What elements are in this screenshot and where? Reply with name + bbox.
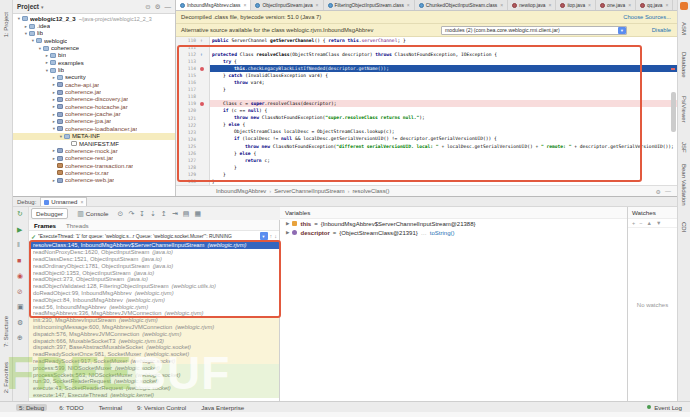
- run-to-cursor-icon[interactable]: ⇥: [172, 210, 178, 217]
- pause-icon[interactable]: ‖: [17, 241, 20, 248]
- breadcrumb-item[interactable]: resolveClass(): [352, 188, 389, 194]
- step-over-icon[interactable]: ↷: [128, 210, 134, 217]
- settings-icon[interactable]: ⚙: [656, 188, 661, 195]
- project-tree-item[interactable]: ▸.idea: [13, 22, 175, 29]
- stack-frame-row[interactable]: readObject:373, ObjectInputStream(java.i…: [29, 276, 279, 283]
- arrow-up-icon[interactable]: ↑: [270, 233, 273, 239]
- project-tree-item[interactable]: ▸coherence-rest.jar: [13, 155, 175, 162]
- close-icon[interactable]: ×: [666, 2, 669, 8]
- toolwindow-button-5-debug[interactable]: 5: Debug: [16, 404, 47, 411]
- thread-selector[interactable]: ✓ "ExecuteThread: '1' for queue: 'weblog…: [29, 231, 279, 242]
- stack-frame-row[interactable]: execute:43, SocketReaderRequest(weblogic…: [29, 385, 279, 392]
- chevron-down-icon[interactable]: ▾: [41, 4, 44, 10]
- code-line[interactable]: 129}: [176, 171, 677, 178]
- close-icon[interactable]: ×: [500, 2, 503, 8]
- code-line[interactable]: 125throw new ClassNotFoundException("dif…: [176, 143, 677, 150]
- error-stripe-mark[interactable]: [671, 68, 675, 70]
- stack-frame-row[interactable]: init:230, MsgAbbrevInputStream(weblogic.…: [29, 317, 279, 324]
- project-tree-item[interactable]: coherence-transaction.rar: [13, 162, 175, 169]
- code-line[interactable]: 123ObjectStreamClass localDesc = ObjectS…: [176, 129, 677, 136]
- chevron-right-icon[interactable]: ▶: [286, 221, 289, 226]
- resume-icon[interactable]: ▶: [17, 226, 22, 233]
- stack-frame-row[interactable]: dispatch:666, MuxableSocketT3(weblogic.r…: [29, 337, 279, 344]
- close-icon[interactable]: ×: [628, 2, 631, 8]
- project-tree-item[interactable]: ▸coherence-jcache.jar: [13, 110, 175, 117]
- toolwindow-button-cdi[interactable]: CDI: [681, 222, 687, 232]
- choose-sources-link[interactable]: Choose Sources...: [623, 14, 671, 20]
- toolwindow-button-asm[interactable]: ASM: [681, 22, 687, 35]
- editor-tab[interactable]: qq.java×: [636, 0, 673, 10]
- toolwindow-button-2-favorites[interactable]: 2: Favorites: [3, 362, 9, 393]
- stack-frame-row[interactable]: processSockets:563, NIOSocketMuxer(weblo…: [29, 371, 279, 378]
- close-icon[interactable]: ×: [316, 2, 319, 8]
- code-line[interactable]: 119Class c = super.resolveClass(descript…: [176, 100, 677, 107]
- locate-icon[interactable]: ⊙: [145, 3, 150, 11]
- stack-frame-row[interactable]: run:30, SocketReaderRequest(weblogic.soc…: [29, 378, 279, 385]
- stack-frame-row[interactable]: dispatch:397, BaseAbstractMuxableSocket(…: [29, 344, 279, 351]
- chevron-down-icon[interactable]: ▾: [260, 232, 268, 240]
- stack-frame-row[interactable]: readClassDesc:1521, ObjectInputStream(ja…: [29, 256, 279, 263]
- override-marker-icon[interactable]: ↑: [200, 38, 203, 43]
- project-tree-item[interactable]: ▸bin: [13, 52, 175, 59]
- debug-tab-debugger[interactable]: Debugger: [31, 208, 68, 219]
- project-tree-item[interactable]: ▾lib: [13, 30, 175, 37]
- project-tree-item[interactable]: ▸coherence-discovery.jar: [13, 96, 175, 103]
- debug-tab-console[interactable]: ▥Console: [73, 209, 112, 218]
- breadcrumb-item[interactable]: InboundMsgAbbrev: [216, 188, 266, 194]
- project-tree-item[interactable]: ▸coherence-jpa.jar: [13, 118, 175, 125]
- close-icon[interactable]: ×: [80, 199, 83, 205]
- thread-dump-icon[interactable]: ▣: [17, 303, 24, 310]
- stack-frame-row[interactable]: readMsgAbbrevs:336, MsgAbbrevJVMConnecti…: [29, 310, 279, 317]
- stack-frame-row[interactable]: readObjectValidated:128, FilteringObject…: [29, 283, 279, 290]
- stack-frame-row[interactable]: readOrdinaryObject:1781, ObjectInputStre…: [29, 262, 279, 269]
- mute-breakpoints-icon[interactable]: ⊘: [17, 288, 23, 295]
- settings-icon[interactable]: ⚙: [155, 3, 161, 11]
- stack-frame-row[interactable]: initIncomingMessage:600, MsgAbbrevJVMCon…: [29, 324, 279, 331]
- tab-frames[interactable]: Frames: [34, 222, 56, 229]
- code-editor[interactable]: 110↑public ServerChannel getServerChanne…: [176, 37, 677, 185]
- step-into-icon[interactable]: ↧: [139, 210, 145, 217]
- add-watch-icon[interactable]: +: [632, 220, 635, 226]
- toolwindow-button-9-version-control[interactable]: 9: Version Control: [134, 404, 189, 411]
- toolwindow-button-terminal[interactable]: Terminal: [96, 404, 125, 411]
- stack-frame-row[interactable]: dispatch:576, MsgAbbrevJVMConnection(web…: [29, 330, 279, 337]
- rerun-icon[interactable]: ↻: [17, 210, 23, 217]
- close-icon[interactable]: ×: [407, 2, 410, 8]
- disable-link[interactable]: Disable: [652, 27, 671, 33]
- project-tree-item[interactable]: ▸coherence-web.jar: [13, 177, 175, 184]
- editor-tab[interactable]: iiop.java×: [556, 0, 596, 10]
- toolwindow-button-java-enterprise[interactable]: Java Enterprise: [198, 404, 247, 411]
- code-line[interactable]: 111: [176, 44, 677, 51]
- move-up-icon[interactable]: ▲: [646, 220, 651, 226]
- show-execution-point-icon[interactable]: ⊙: [118, 210, 124, 217]
- editor-tab[interactable]: newiiop.java×: [508, 0, 556, 10]
- arrow-down-icon[interactable]: ↓: [274, 233, 277, 239]
- project-tree-item[interactable]: ▾lib: [13, 66, 175, 73]
- code-line[interactable]: 113try {: [176, 58, 677, 65]
- tostring-link[interactable]: toString(): [430, 230, 455, 236]
- source-module-select[interactable]: modules (2) (com.bea.core.weblogic.rmi.c…: [441, 26, 627, 35]
- pin-icon[interactable]: ⊕: [17, 334, 23, 341]
- variable-row[interactable]: ▶descriptor = {ObjectStreamClass@21391} …: [280, 228, 627, 237]
- project-tree-item[interactable]: ▸coherence-mock.jar: [13, 147, 175, 154]
- project-tree-item[interactable]: ▸coherence-hotcache.jar: [13, 103, 175, 110]
- chevron-down-icon[interactable]: ▾: [618, 27, 626, 34]
- stack-frame-row[interactable]: readNonProxyDesc:1620, ObjectInputStream…: [29, 249, 279, 256]
- breadcrumb-item[interactable]: ServerChannelInputStream: [274, 188, 344, 194]
- debug-session-tab[interactable]: Unnamed ×: [40, 197, 87, 206]
- editor-scrollbar[interactable]: [671, 40, 676, 182]
- code-line[interactable]: 120if (c == null) {: [176, 107, 677, 114]
- project-tree-item[interactable]: ▸cache-api.jar: [13, 81, 175, 88]
- project-tree-item[interactable]: coherence-tx.rar: [13, 169, 175, 176]
- stack-frame-row[interactable]: readObject0:1353, ObjectInputStream(java…: [29, 269, 279, 276]
- editor-tab[interactable]: ObjectInputStream.java×: [251, 0, 323, 10]
- toolwindow-button-psiviewer[interactable]: PsiViewer: [681, 96, 687, 123]
- stack-frame-row[interactable]: readObject:84, InboundMsgAbbrev(weblogic…: [29, 296, 279, 303]
- stack-frame-row[interactable]: process:599, NIOSocketMuxer(weblogic.soc…: [29, 364, 279, 371]
- stack-frame-row[interactable]: readReadySocketOnce:981, SocketMuxer(web…: [29, 351, 279, 358]
- project-tree-item[interactable]: ▾coherence-loadbalancer.jar: [13, 125, 175, 132]
- override-marker-icon[interactable]: ↑: [200, 52, 203, 57]
- code-line[interactable]: 110↑public ServerChannel getServerChanne…: [176, 37, 677, 44]
- stack-frame-row[interactable]: readReadySocket:917, SocketMuxer(weblogi…: [29, 358, 279, 365]
- code-line[interactable]: 117}: [176, 86, 677, 93]
